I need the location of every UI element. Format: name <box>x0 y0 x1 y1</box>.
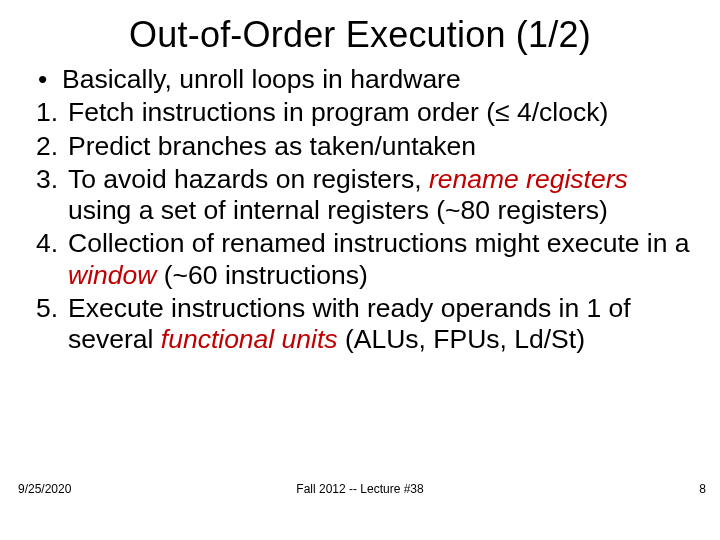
item-marker: 2. <box>36 131 68 162</box>
item-emph: rename registers <box>429 164 628 194</box>
item-marker: 3. <box>36 164 68 195</box>
item-pre: Fetch instructions in program order (≤ 4… <box>68 97 608 127</box>
bullet-marker: • <box>36 64 62 95</box>
item-marker: 4. <box>36 228 68 259</box>
footer-page-number: 8 <box>699 482 706 496</box>
slide: Out-of-Order Execution (1/2) • Basically… <box>0 0 720 540</box>
item-post: using a set of internal registers (~80 r… <box>68 195 608 225</box>
item-pre: Collection of renamed instructions might… <box>68 228 690 258</box>
item-post: (ALUs, FPUs, Ld/St) <box>338 324 585 354</box>
item-post: (~60 instructions) <box>156 260 367 290</box>
item-marker: 1. <box>36 97 68 128</box>
item-text: Execute instructions with ready operands… <box>68 293 692 356</box>
item-emph: window <box>68 260 156 290</box>
item-text: Collection of renamed instructions might… <box>68 228 692 291</box>
bullet-text: Basically, unroll loops in hardware <box>62 64 692 95</box>
item-marker: 5. <box>36 293 68 324</box>
list-item: 5. Execute instructions with ready opera… <box>36 293 692 356</box>
list-item: 3. To avoid hazards on registers, rename… <box>36 164 692 227</box>
item-emph: functional units <box>161 324 338 354</box>
slide-body: • Basically, unroll loops in hardware 1.… <box>0 64 720 355</box>
slide-title: Out-of-Order Execution (1/2) <box>0 0 720 62</box>
list-item: 1. Fetch instructions in program order (… <box>36 97 692 128</box>
bullet-row: • Basically, unroll loops in hardware <box>36 64 692 95</box>
item-text: Fetch instructions in program order (≤ 4… <box>68 97 692 128</box>
item-text: To avoid hazards on registers, rename re… <box>68 164 692 227</box>
item-pre: To avoid hazards on registers, <box>68 164 429 194</box>
list-item: 2. Predict branches as taken/untaken <box>36 131 692 162</box>
item-text: Predict branches as taken/untaken <box>68 131 692 162</box>
list-item: 4. Collection of renamed instructions mi… <box>36 228 692 291</box>
item-pre: Predict branches as taken/untaken <box>68 131 476 161</box>
footer-center: Fall 2012 -- Lecture #38 <box>0 482 720 496</box>
